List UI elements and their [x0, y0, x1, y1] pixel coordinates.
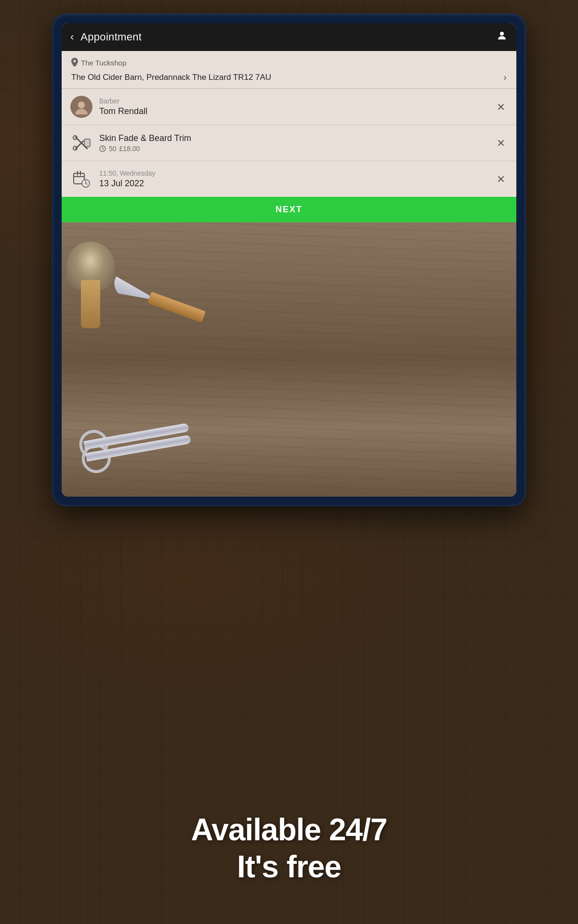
- barber-card-content: Barber Tom Rendall: [99, 97, 487, 116]
- next-button[interactable]: NEXT: [62, 197, 516, 222]
- location-address: The Old Cider Barn, Predannack The Lizar…: [71, 72, 499, 83]
- service-card-content: Skin Fade & Beard Trim 50 £18.00: [99, 133, 487, 153]
- svg-point-0: [500, 32, 504, 36]
- svg-point-3: [78, 102, 85, 108]
- datetime-remove-button[interactable]: [494, 172, 508, 186]
- location-pin-icon: [71, 58, 78, 68]
- location-section: The Tuckshop The Old Cider Barn, Predann…: [62, 51, 516, 89]
- location-address-row[interactable]: The Old Cider Barn, Predannack The Lizar…: [71, 72, 507, 83]
- its-free-text: It's free: [0, 848, 578, 886]
- available-24-7-text: Available 24/7: [0, 811, 578, 848]
- datetime-date: 13 Jul 2022: [99, 179, 487, 189]
- barber-remove-button[interactable]: [494, 100, 508, 114]
- datetime-icon-box: [70, 168, 92, 190]
- datetime-time-day: 11:50, Wednesday: [99, 169, 487, 177]
- service-price: £18.00: [119, 145, 140, 153]
- service-name: Skin Fade & Beard Trim: [99, 133, 487, 143]
- location-label-row: The Tuckshop: [71, 58, 507, 68]
- datetime-card-content: 11:50, Wednesday 13 Jul 2022: [99, 169, 487, 189]
- tablet-frame: ‹ Appointment The Tuckshop The Old: [53, 14, 525, 505]
- back-button[interactable]: ‹: [70, 32, 74, 42]
- service-details: 50 £18.00: [99, 145, 487, 153]
- shaving-brush-image: [62, 232, 148, 328]
- barber-avatar: [70, 96, 92, 118]
- datetime-card: 11:50, Wednesday 13 Jul 2022: [62, 161, 516, 197]
- shop-name: The Tuckshop: [81, 59, 126, 67]
- service-card: Skin Fade & Beard Trim 50 £18.00: [62, 125, 516, 161]
- service-duration: 50: [109, 145, 117, 153]
- cards-section: Barber Tom Rendall: [62, 89, 516, 197]
- barber-card: Barber Tom Rendall: [62, 89, 516, 125]
- footer-text: Available 24/7 It's free: [0, 811, 578, 886]
- barber-label: Barber: [99, 97, 487, 105]
- tablet-screen: ‹ Appointment The Tuckshop The Old: [62, 23, 516, 497]
- service-icon-box: [70, 132, 92, 154]
- barber-name: Tom Rendall: [99, 106, 487, 116]
- bottom-image-area: [62, 222, 516, 497]
- location-chevron-icon[interactable]: ›: [503, 72, 507, 83]
- service-remove-button[interactable]: [494, 136, 508, 150]
- account-icon[interactable]: [496, 30, 508, 44]
- header-title: Appointment: [80, 31, 489, 43]
- app-header: ‹ Appointment: [62, 23, 516, 51]
